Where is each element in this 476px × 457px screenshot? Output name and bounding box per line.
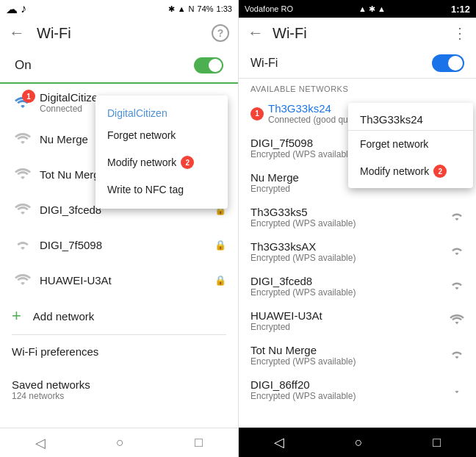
ctx-modify-network[interactable]: Modify network 2 <box>95 148 228 176</box>
wifi-icon-nomerge <box>12 132 34 145</box>
rnetwork-info-totnumerge-r: Tot Nu Merge Encrypted (WPS available) <box>250 344 356 367</box>
lock-icon-huawei: 🔒 <box>214 275 226 286</box>
rnetwork-info-huawei-r: HUAWEI-U3At Encrypted <box>250 309 322 332</box>
back-button-left[interactable]: ← <box>9 24 25 43</box>
ctx-forget-label: Forget network <box>107 129 176 141</box>
rnetwork-name-huawei-r: HUAWEI-U3At <box>250 309 322 322</box>
wifi-icon-totnumerge-r <box>450 348 464 363</box>
rnetwork-info-digi7f5098: DIGI_7f5098 Encrypted (WPS available) <box>250 137 356 159</box>
rnetwork-name-th3g33ks5: Th3G33ks5 <box>250 206 356 218</box>
rnetwork-item-digi3fced8-r[interactable]: DIGI_3fced8 Encrypted (WPS available) <box>239 269 476 303</box>
context-menu-left: DigitalCitizen Forget network Modify net… <box>95 96 228 209</box>
nav-recent-left[interactable]: □ <box>195 435 203 450</box>
ctx-r-forget-label: Forget network <box>360 138 428 150</box>
help-button[interactable]: ? <box>212 24 229 42</box>
rnetwork-name-nomerge: Nu Merge <box>250 171 299 184</box>
rnetwork-item-totnumerge-r[interactable]: Tot Nu Merge Encrypted (WPS available) <box>239 338 476 373</box>
ctx-r-modify-network[interactable]: Modify network 2 <box>348 157 473 185</box>
rnetwork-item-digi86ff20[interactable]: DIGI_86ff20 Encrypted (WPS available) <box>239 373 476 407</box>
rnetwork-name-th3g33ksax: Th3G33ksAX <box>250 240 356 253</box>
battery-left: 74% <box>198 4 214 13</box>
ctx-r-modify-label: Modify network <box>360 165 429 177</box>
rnetwork-name-digi3fced8-r: DIGI_3fced8 <box>250 275 356 287</box>
back-button-right[interactable]: ← <box>248 24 264 43</box>
ctx-modify-label: Modify network <box>107 156 176 168</box>
wifi-icon-th3g33ks5 <box>450 210 464 225</box>
page-title-left: Wi-Fi <box>37 25 200 42</box>
nav-bar-right: ◁ ○ □ <box>239 428 476 457</box>
ctx-nfc-label: Write to NFC tag <box>107 184 184 195</box>
status-left-icons: ☁ ♪ <box>6 2 26 16</box>
ctx-header-left: DigitalCitizen <box>95 101 228 122</box>
badge-th3g33ks24: 1 <box>250 107 264 120</box>
toolbar-left: ← Wi-Fi ? <box>0 18 238 48</box>
wifi-toggle-right[interactable] <box>432 54 464 72</box>
nav-back-left[interactable]: ◁ <box>35 435 46 451</box>
wifi-icon-huawei <box>12 273 34 287</box>
network-item-digi7f5098[interactable]: DIGI_7f5098 🔒 <box>0 227 238 262</box>
rnetwork-name-digi7f5098: DIGI_7f5098 <box>250 137 356 149</box>
wifi-preferences-label: Wi-Fi preferences <box>12 345 226 358</box>
status-bar-left: ☁ ♪ ✱ ▲ N 74% 1:33 <box>0 0 238 18</box>
rnetwork-info-digi3fced8-r: DIGI_3fced8 Encrypted (WPS available) <box>250 275 356 298</box>
status-bar-right: Vodafone RO ▲ ✱ ▲ 1:12 <box>239 0 476 18</box>
rnetwork-item-th3g33ks5[interactable]: Th3G33ks5 Encrypted (WPS available) <box>239 200 476 234</box>
status-right-icons: ✱ ▲ N 74% 1:33 <box>168 4 232 14</box>
nfc-icon: N <box>189 4 195 13</box>
wifi-icon-digi3fced8-r <box>450 279 464 294</box>
nav-home-left[interactable]: ○ <box>116 435 124 450</box>
wifi-row-right: Wi-Fi <box>239 48 476 79</box>
wifi-icon-totnumerge <box>12 168 34 181</box>
rnetwork-status-th3g33ks5: Encrypted (WPS available) <box>250 218 356 228</box>
network-info-huawei: HUAWEI-U3At <box>40 274 212 287</box>
wifi-preferences-item[interactable]: Wi-Fi preferences <box>0 335 238 368</box>
add-network-label: Add network <box>33 310 94 323</box>
left-panel: ☁ ♪ ✱ ▲ N 74% 1:33 ← Wi-Fi ? On 1 <box>0 0 238 457</box>
saved-networks-label: Saved networks <box>12 378 226 391</box>
rnetwork-status-digi3fced8-r: Encrypted (WPS available) <box>250 287 356 298</box>
cloud-icon: ☁ <box>6 2 18 16</box>
rnetwork-item-huawei-r[interactable]: HUAWEI-U3At Encrypted <box>239 303 476 338</box>
wifi-icon-digi3fced8 <box>12 203 34 216</box>
toolbar-right: ← Wi-Fi ⋮ <box>239 18 476 48</box>
carrier-label: Vodafone RO <box>245 4 293 13</box>
rnetwork-status-huawei-r: Encrypted <box>250 322 322 332</box>
status-icons-right: ▲ ✱ ▲ <box>358 4 386 14</box>
nav-back-right[interactable]: ◁ <box>274 434 284 450</box>
network-name-huawei: HUAWEI-U3At <box>40 274 212 287</box>
ctx-r-modify-badge: 2 <box>433 165 447 178</box>
rnetwork-status-nomerge: Encrypted <box>250 184 299 194</box>
rnetwork-name-totnumerge-r: Tot Nu Merge <box>250 344 356 356</box>
nav-bar-left: ◁ ○ □ <box>0 428 238 457</box>
add-network-button[interactable]: + Add network <box>0 298 238 334</box>
rnetwork-status-digi86ff20: Encrypted (WPS available) <box>250 391 356 401</box>
saved-networks-sub: 124 networks <box>12 391 226 401</box>
nav-recent-right[interactable]: □ <box>433 435 441 450</box>
rnetwork-status-totnumerge-r: Encrypted (WPS available) <box>250 356 356 367</box>
rnetwork-status-digi7f5098: Encrypted (WPS available) <box>250 149 356 159</box>
wifi-icon-huawei-r <box>450 314 464 328</box>
wifi-toggle-switch[interactable] <box>194 57 223 73</box>
signal-icon: ▲ <box>178 4 186 13</box>
network-info-digi7f5098: DIGI_7f5098 <box>40 239 212 251</box>
network-item-huawei[interactable]: HUAWEI-U3At 🔒 <box>0 262 238 298</box>
badge-digitalcitizen: 1 <box>22 90 35 103</box>
wifi-icon-th3g33ksax <box>450 245 464 259</box>
ctx-forget-network[interactable]: Forget network <box>95 122 228 148</box>
bluetooth-icon: ✱ <box>168 4 175 14</box>
rnetwork-name-digi86ff20: DIGI_86ff20 <box>250 378 356 391</box>
music-icon: ♪ <box>21 2 26 15</box>
saved-networks-item[interactable]: Saved networks 124 networks <box>0 368 238 411</box>
ctx-r-forget-network[interactable]: Forget network <box>348 131 473 157</box>
wifi-icon-digi86ff20 <box>450 383 464 397</box>
wifi-label-right: Wi-Fi <box>250 57 432 70</box>
time-left: 1:33 <box>217 4 232 13</box>
rnetwork-item-th3g33ksax[interactable]: Th3G33ksAX Encrypted (WPS available) <box>239 234 476 269</box>
ctx-nfc-tag[interactable]: Write to NFC tag <box>95 176 228 203</box>
rnetwork-info-digi86ff20: DIGI_86ff20 Encrypted (WPS available) <box>250 378 356 401</box>
rnetwork-status-th3g33ksax: Encrypted (WPS available) <box>250 253 356 263</box>
nav-home-right[interactable]: ○ <box>355 435 363 450</box>
add-icon: + <box>12 306 21 325</box>
rnetwork-info-th3g33ks5: Th3G33ks5 Encrypted (WPS available) <box>250 206 356 228</box>
more-options-button[interactable]: ⋮ <box>452 24 467 42</box>
